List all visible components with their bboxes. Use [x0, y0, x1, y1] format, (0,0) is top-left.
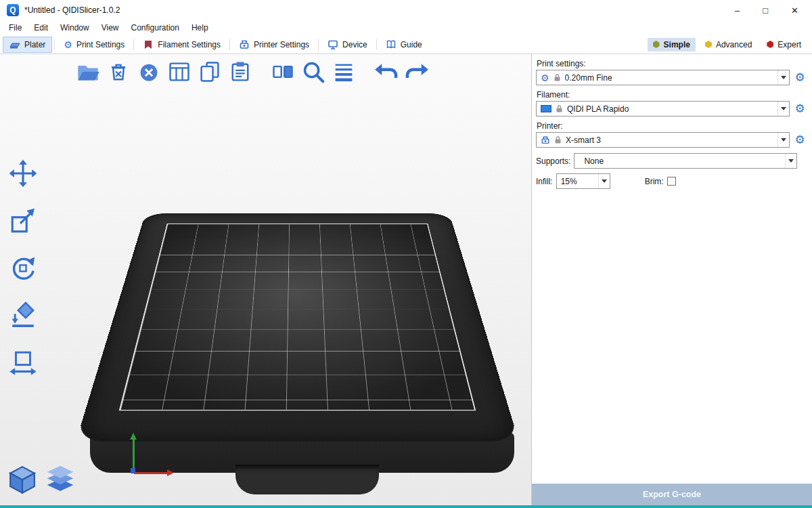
supports-label: Supports:: [536, 156, 570, 166]
rotate-button[interactable]: [7, 252, 39, 284]
paste-icon: [228, 60, 252, 84]
tab-guide[interactable]: Guide: [379, 37, 429, 53]
filament-combo[interactable]: QIDI PLA Rapido: [536, 101, 790, 117]
supports-combo[interactable]: None: [574, 153, 797, 169]
infill-label: Infill:: [536, 177, 553, 186]
mode-expert[interactable]: Expert: [761, 38, 807, 51]
infill-combo[interactable]: 15%: [556, 173, 610, 189]
edit-printer-button[interactable]: ⚙: [793, 134, 807, 146]
layers-lines-icon: [332, 60, 356, 84]
search-button[interactable]: [300, 58, 327, 85]
copy-icon: [198, 60, 222, 84]
export-gcode-button[interactable]: Export G-code: [532, 484, 812, 505]
rotate-icon: [9, 254, 37, 282]
lock-icon: [554, 135, 562, 144]
expert-mode-icon: [767, 41, 773, 48]
chevron-down-icon: [777, 70, 789, 85]
simple-mode-icon: [653, 41, 660, 48]
tab-label: Printer Settings: [254, 40, 309, 49]
menu-help[interactable]: Help: [185, 22, 215, 34]
tab-bar: Plater ⚙ Print Settings Filament Setting…: [0, 35, 812, 54]
tab-separator: [229, 39, 230, 50]
printer-icon: [541, 135, 550, 145]
main-area: Print settings: ⚙ 0.20mm Fine ⚙ Filament…: [0, 54, 812, 505]
print-settings-row: ⚙ 0.20mm Fine ⚙: [536, 70, 807, 85]
delete-button[interactable]: [105, 58, 132, 85]
printer-icon: [239, 39, 250, 50]
mode-label: Expert: [777, 40, 801, 49]
print-settings-value: 0.20mm Fine: [565, 73, 774, 83]
filament-icon: [143, 39, 154, 50]
tab-label: Plater: [24, 40, 45, 49]
tab-device[interactable]: Device: [321, 37, 374, 53]
close-button[interactable]: ✕: [791, 5, 798, 16]
gear-icon: ⚙: [64, 40, 72, 49]
tab-filament-settings[interactable]: Filament Settings: [136, 37, 227, 53]
layers-stack-icon: [45, 464, 75, 494]
filament-value: QIDI PLA Rapido: [567, 104, 774, 114]
menu-edit[interactable]: Edit: [28, 22, 54, 34]
delete-all-button[interactable]: [135, 58, 162, 85]
delete-all-icon: [137, 60, 161, 84]
move-icon: [9, 159, 37, 188]
3d-view-button[interactable]: [7, 463, 38, 494]
undo-button[interactable]: [373, 58, 400, 85]
place-on-face-icon: [9, 301, 37, 330]
filament-label: Filament:: [537, 90, 807, 100]
printer-row: X-smart 3 ⚙: [536, 132, 807, 148]
printer-label: Printer:: [537, 121, 807, 131]
brim-checkbox[interactable]: [667, 177, 676, 186]
menu-file[interactable]: File: [3, 22, 28, 34]
redo-button[interactable]: [403, 58, 430, 85]
brim-label: Brim:: [645, 177, 664, 186]
menu-bar: File Edit Window View Configuration Help: [0, 20, 812, 35]
print-settings-label: Print settings:: [537, 59, 807, 68]
arrange-button[interactable]: [166, 58, 193, 85]
menu-window[interactable]: Window: [54, 22, 95, 34]
measure-width-icon: [9, 349, 37, 377]
tab-print-settings[interactable]: ⚙ Print Settings: [57, 37, 131, 52]
open-project-button[interactable]: [74, 58, 102, 85]
mode-advanced[interactable]: Advanced: [700, 38, 757, 51]
redo-icon: [405, 60, 429, 84]
chevron-down-icon: [785, 154, 796, 168]
paste-button[interactable]: [227, 58, 254, 85]
print-settings-combo[interactable]: ⚙ 0.20mm Fine: [536, 70, 790, 85]
supports-value: None: [579, 156, 782, 166]
move-button[interactable]: [7, 157, 39, 190]
guide-icon: [386, 39, 397, 50]
edit-print-settings-button[interactable]: ⚙: [793, 72, 807, 83]
chevron-down-icon: [598, 174, 610, 188]
plater-icon: [9, 39, 20, 50]
copy-button[interactable]: [196, 58, 223, 85]
variable-layer-height-button[interactable]: [330, 58, 357, 85]
minimize-button[interactable]: –: [735, 5, 740, 16]
menu-configuration[interactable]: Configuration: [125, 22, 185, 34]
printer-combo[interactable]: X-smart 3: [536, 132, 790, 148]
lock-icon: [555, 104, 564, 113]
mode-simple[interactable]: Simple: [648, 38, 696, 51]
mode-label: Advanced: [716, 40, 752, 49]
tab-plater[interactable]: Plater: [3, 37, 52, 53]
tab-separator: [376, 39, 377, 50]
split-button[interactable]: [269, 58, 296, 85]
cube-3d-icon: [7, 464, 37, 494]
lock-icon: [553, 73, 562, 82]
edit-filament-button[interactable]: ⚙: [793, 103, 807, 114]
layers-view-button[interactable]: [45, 463, 76, 494]
view-mode-buttons: [7, 463, 76, 494]
settings-sidebar: Print settings: ⚙ 0.20mm Fine ⚙ Filament…: [531, 54, 812, 505]
3d-viewport[interactable]: [0, 54, 531, 505]
scale-button[interactable]: [7, 205, 39, 237]
open-folder-icon: [76, 60, 100, 84]
tab-printer-settings[interactable]: Printer Settings: [232, 37, 316, 53]
maximize-button[interactable]: □: [763, 5, 768, 16]
place-on-face-button[interactable]: [7, 299, 39, 332]
infill-value: 15%: [561, 177, 595, 186]
window-controls: – □ ✕: [735, 5, 805, 16]
print-bed: [76, 213, 519, 442]
menu-view[interactable]: View: [95, 22, 125, 34]
measure-width-button[interactable]: [7, 347, 39, 379]
filament-color-swatch: [541, 105, 551, 112]
infill-row: Infill: 15% Brim:: [536, 173, 807, 189]
